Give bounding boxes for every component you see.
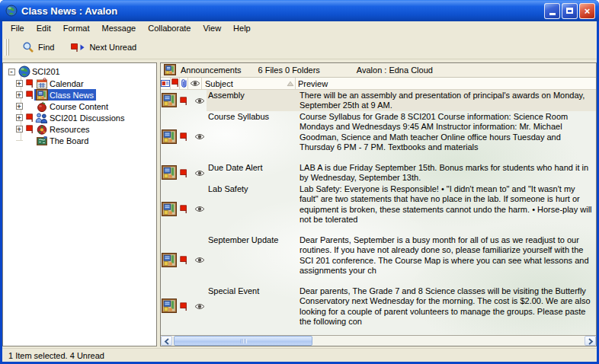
row-preview: There will be an assembly and presentati… bbox=[296, 90, 596, 111]
sidebar-item-the-board[interactable]: The Board bbox=[3, 135, 156, 146]
viewed-cell bbox=[193, 90, 207, 111]
find-button[interactable]: Find bbox=[18, 40, 58, 55]
close-button[interactable]: × bbox=[579, 3, 595, 19]
title-bar: Class News : Avalon × bbox=[0, 0, 599, 21]
sidebar-item-class-news[interactable]: +Class News bbox=[3, 89, 156, 101]
bulletin-item-icon bbox=[162, 93, 177, 108]
sidebar-item-course-content[interactable]: +Course Content bbox=[3, 101, 156, 112]
column-preview[interactable]: Preview bbox=[296, 78, 596, 89]
minimize-button[interactable] bbox=[544, 3, 560, 19]
column-message-icon[interactable] bbox=[161, 78, 171, 89]
globe-icon bbox=[18, 65, 30, 78]
calendar-icon bbox=[35, 78, 48, 90]
unread-flag-icon bbox=[180, 256, 187, 264]
scrollbar-track[interactable] bbox=[172, 336, 585, 346]
bulletin-item-icon bbox=[162, 165, 177, 180]
scroll-left-button[interactable] bbox=[161, 336, 172, 346]
attachment-cell bbox=[187, 111, 193, 162]
menu-collaborate[interactable]: Collaborate bbox=[142, 21, 197, 36]
chevron-right-icon bbox=[588, 334, 594, 347]
attachment-cell bbox=[187, 235, 193, 286]
resources-icon bbox=[35, 123, 48, 136]
announcement-row[interactable]: Due Date AlertLAB A is due Friday Septem… bbox=[161, 162, 596, 184]
expand-icon[interactable]: + bbox=[16, 103, 23, 110]
tree-guide-stub bbox=[16, 140, 23, 141]
horizontal-scrollbar[interactable] bbox=[161, 335, 596, 346]
app-globe-icon bbox=[5, 5, 18, 18]
tree-connector bbox=[14, 140, 24, 141]
expand-icon[interactable]: + bbox=[16, 114, 23, 121]
announcement-row[interactable]: September UpdateDear Parents, September … bbox=[161, 235, 596, 286]
flag-slot bbox=[24, 113, 34, 122]
column-attachment-icon[interactable] bbox=[180, 78, 188, 89]
column-subject[interactable]: Subject bbox=[202, 78, 296, 89]
column-viewed-icon[interactable] bbox=[188, 78, 202, 89]
tree-connector: + bbox=[14, 114, 24, 121]
row-preview: Lab Safety: Everyone is Responsible! • "… bbox=[296, 184, 596, 235]
flag-cell bbox=[179, 90, 187, 111]
close-icon: × bbox=[585, 6, 591, 16]
expand-icon[interactable]: + bbox=[16, 126, 23, 133]
announcement-row[interactable]: Special EventDear parents, The Grade 7 a… bbox=[161, 286, 596, 327]
tree-item-body[interactable]: Resources bbox=[34, 123, 92, 135]
menu-format[interactable]: Format bbox=[57, 21, 96, 36]
tree-item-body[interactable]: Class News bbox=[34, 89, 96, 101]
row-subject: Due Date Alert bbox=[207, 162, 296, 184]
announcement-row[interactable]: Lab SafetyLab Safety: Everyone is Respon… bbox=[161, 184, 596, 235]
toolbar: Find Next Unread bbox=[2, 36, 597, 59]
menu-view[interactable]: View bbox=[197, 21, 227, 36]
viewed-cell bbox=[193, 184, 207, 235]
row-preview: LAB A is due Friday September 15th. Bonu… bbox=[296, 162, 596, 184]
menu-file[interactable]: File bbox=[5, 21, 30, 36]
search-icon bbox=[22, 41, 34, 53]
sidebar-item-sci201-discussions[interactable]: +SCI201 Discussions bbox=[3, 112, 156, 123]
attachment-icon bbox=[181, 78, 187, 89]
viewed-eye-icon bbox=[194, 257, 205, 263]
flag-slot bbox=[24, 125, 34, 133]
tree-item-body[interactable]: SCI201 bbox=[17, 66, 62, 78]
maximize-button[interactable] bbox=[562, 3, 578, 19]
sidebar-item-resources[interactable]: +Resources bbox=[3, 123, 156, 135]
attachment-cell bbox=[187, 286, 193, 327]
tree-connector: + bbox=[14, 126, 24, 133]
menu-message[interactable]: Message bbox=[96, 21, 143, 36]
scroll-right-button[interactable] bbox=[585, 336, 596, 346]
sidebar-item-label: SCI201 bbox=[32, 67, 60, 76]
bulletin-item-icon bbox=[162, 202, 177, 217]
board-icon bbox=[35, 135, 48, 147]
preview-column-label: Preview bbox=[298, 79, 328, 88]
menu-edit[interactable]: Edit bbox=[30, 21, 57, 36]
flag-icon bbox=[171, 78, 179, 88]
tree-item-body[interactable]: The Board bbox=[34, 135, 91, 146]
conference-tree: -SCI201+Calendar+Class News+Course Conte… bbox=[3, 63, 156, 146]
tree-item-body[interactable]: Course Content bbox=[34, 101, 111, 112]
collapse-icon[interactable]: - bbox=[8, 69, 15, 75]
toolbar-grip[interactable] bbox=[7, 39, 9, 56]
tree-connector: + bbox=[14, 103, 24, 110]
scrollbar-thumb[interactable] bbox=[174, 336, 312, 346]
viewed-cell bbox=[193, 235, 207, 286]
attachment-cell bbox=[187, 184, 193, 235]
unread-flag-icon bbox=[180, 169, 187, 177]
tree-item-body[interactable]: Calendar bbox=[34, 78, 86, 89]
sidebar-item-label: Resources bbox=[50, 125, 90, 134]
column-flag-icon[interactable] bbox=[171, 78, 180, 89]
next-unread-button[interactable]: Next Unread bbox=[67, 41, 140, 53]
sidebar-item-label: The Board bbox=[50, 136, 88, 145]
flag-cell bbox=[179, 111, 187, 162]
viewed-eye-icon bbox=[194, 97, 205, 104]
row-subject: Assembly bbox=[207, 90, 296, 111]
menu-help[interactable]: Help bbox=[227, 21, 257, 36]
bulletin-item-icon bbox=[162, 253, 177, 268]
announcement-row[interactable]: AssemblyThere will be an assembly and pr… bbox=[161, 90, 596, 111]
sidebar-item-calendar[interactable]: +Calendar bbox=[3, 78, 156, 89]
tree-item-body[interactable]: SCI201 Discussions bbox=[34, 112, 127, 123]
menu-bar: FileEditFormatMessageCollaborateViewHelp bbox=[2, 21, 597, 36]
announcement-row[interactable]: Course SyllabusCourse Syllabus for Grade… bbox=[161, 111, 596, 162]
expand-icon[interactable]: + bbox=[16, 91, 23, 98]
row-preview: Dear Parents, September is a busy month … bbox=[296, 235, 596, 286]
expand-icon[interactable]: + bbox=[16, 80, 23, 87]
panel-title: Announcements bbox=[181, 65, 242, 75]
sidebar-item-sci201[interactable]: -SCI201 bbox=[3, 65, 156, 78]
sidebar-panel: -SCI201+Calendar+Class News+Course Conte… bbox=[2, 62, 157, 346]
